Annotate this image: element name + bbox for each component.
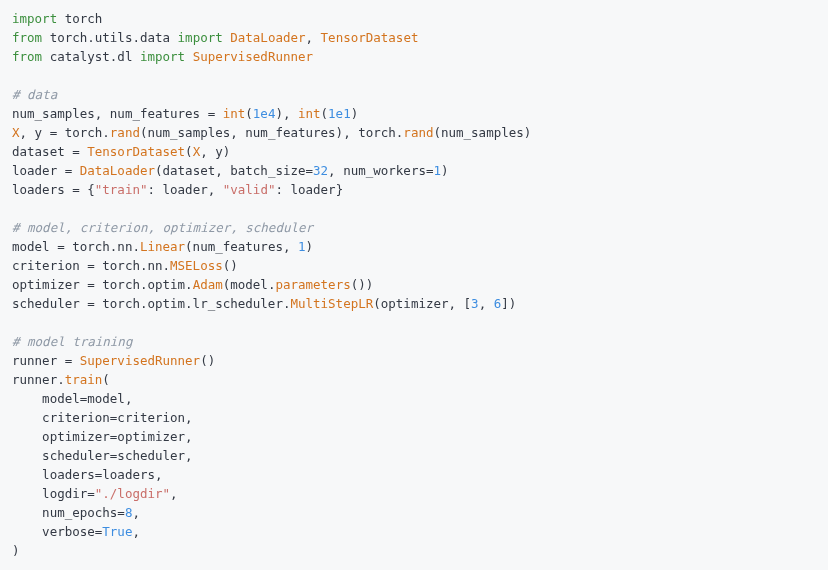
code-token: DataLoader xyxy=(80,163,155,178)
code-token: int xyxy=(298,106,321,121)
code-token: , xyxy=(306,30,321,45)
code-line: dataset = TensorDataset(X, y) xyxy=(12,144,230,159)
code-line: scheduler = torch.optim.lr_scheduler.Mul… xyxy=(12,296,516,311)
code-token: TensorDataset xyxy=(87,144,185,159)
code-line: model = torch.nn.Linear(num_features, 1) xyxy=(12,239,313,254)
code-line: logdir="./logdir", xyxy=(12,486,178,501)
code-token: ()) xyxy=(351,277,374,292)
code-token: , xyxy=(132,524,140,539)
code-token: 1e4 xyxy=(253,106,276,121)
code-token: Linear xyxy=(140,239,185,254)
code-line: X, y = torch.rand(num_samples, num_featu… xyxy=(12,125,531,140)
code-token: "valid" xyxy=(223,182,276,197)
code-token: MultiStepLR xyxy=(290,296,373,311)
code-token: ) xyxy=(12,543,20,558)
code-block: import torch from torch.utils.data impor… xyxy=(12,10,816,561)
code-content: import torch from torch.utils.data impor… xyxy=(12,11,531,558)
code-token: catalyst.dl xyxy=(42,49,140,64)
code-token: runner. xyxy=(12,372,65,387)
code-line: from catalyst.dl import SupervisedRunner xyxy=(12,49,313,64)
code-token: loaders=loaders, xyxy=(12,467,163,482)
code-token: ( xyxy=(102,372,110,387)
code-line: runner.train( xyxy=(12,372,110,387)
code-token: , xyxy=(170,486,178,501)
code-token: "train" xyxy=(95,182,148,197)
code-line: criterion=criterion, xyxy=(12,410,193,425)
code-line: num_samples, num_features = int(1e4), in… xyxy=(12,106,358,121)
code-token: torch xyxy=(57,11,102,26)
code-token: train xyxy=(65,372,103,387)
code-token: scheduler = torch.optim.lr_scheduler. xyxy=(12,296,290,311)
code-token: ( xyxy=(321,106,329,121)
code-token: # model, criterion, optimizer, scheduler xyxy=(12,220,313,235)
code-line: loader = DataLoader(dataset, batch_size=… xyxy=(12,163,449,178)
code-line: criterion = torch.nn.MSELoss() xyxy=(12,258,238,273)
code-line: from torch.utils.data import DataLoader,… xyxy=(12,30,418,45)
code-token: 1 xyxy=(433,163,441,178)
code-token: 1e1 xyxy=(328,106,351,121)
code-token: (num_features, xyxy=(185,239,298,254)
code-token: num_samples, num_features = xyxy=(12,106,223,121)
code-token: MSELoss xyxy=(170,258,223,273)
code-token: , num_workers= xyxy=(328,163,433,178)
code-token: (num_samples) xyxy=(433,125,531,140)
code-line: runner = SupervisedRunner() xyxy=(12,353,215,368)
code-line: # model training xyxy=(12,334,132,349)
code-token: 3 xyxy=(471,296,479,311)
code-token: model=model, xyxy=(12,391,132,406)
code-token: (optimizer, [ xyxy=(373,296,471,311)
code-line: loaders=loaders, xyxy=(12,467,163,482)
code-token: runner = xyxy=(12,353,80,368)
code-token: ( xyxy=(245,106,253,121)
code-token: from xyxy=(12,49,42,64)
code-token: rand xyxy=(110,125,140,140)
code-token: : loader} xyxy=(275,182,343,197)
code-token: dataset = xyxy=(12,144,87,159)
code-token: , y) xyxy=(200,144,230,159)
code-token: criterion=criterion, xyxy=(12,410,193,425)
code-token: verbose= xyxy=(12,524,102,539)
code-token: ]) xyxy=(501,296,516,311)
code-token: import xyxy=(178,30,223,45)
code-line: scheduler=scheduler, xyxy=(12,448,193,463)
code-token: SupervisedRunner xyxy=(193,49,313,64)
code-token: torch.utils.data xyxy=(42,30,177,45)
code-line: import torch xyxy=(12,11,102,26)
code-token: Adam xyxy=(193,277,223,292)
code-token: rand xyxy=(403,125,433,140)
code-token: ) xyxy=(441,163,449,178)
code-line: num_epochs=8, xyxy=(12,505,140,520)
code-token: , y = torch. xyxy=(20,125,110,140)
code-line: ) xyxy=(12,543,20,558)
code-token: logdir= xyxy=(12,486,95,501)
code-token xyxy=(185,49,193,64)
code-token: from xyxy=(12,30,42,45)
code-token: import xyxy=(12,11,57,26)
code-line: optimizer = torch.optim.Adam(model.param… xyxy=(12,277,373,292)
code-token: int xyxy=(223,106,246,121)
code-token: import xyxy=(140,49,185,64)
code-token: scheduler=scheduler, xyxy=(12,448,193,463)
code-token: True xyxy=(102,524,132,539)
code-token: 1 xyxy=(298,239,306,254)
code-token: model = torch.nn. xyxy=(12,239,140,254)
code-token: : loader, xyxy=(147,182,222,197)
code-token: SupervisedRunner xyxy=(80,353,200,368)
code-token: loaders = { xyxy=(12,182,95,197)
code-token: ) xyxy=(306,239,314,254)
code-token: (num_samples, num_features), torch. xyxy=(140,125,403,140)
code-line: # model, criterion, optimizer, scheduler xyxy=(12,220,313,235)
code-token: , xyxy=(132,505,140,520)
code-token: # data xyxy=(12,87,57,102)
code-token: (model. xyxy=(223,277,276,292)
code-token: optimizer=optimizer, xyxy=(12,429,193,444)
code-token: 32 xyxy=(313,163,328,178)
code-token: optimizer = torch.optim. xyxy=(12,277,193,292)
code-token: () xyxy=(200,353,215,368)
code-token: (dataset, batch_size= xyxy=(155,163,313,178)
code-token: criterion = torch.nn. xyxy=(12,258,170,273)
code-line: loaders = {"train": loader, "valid": loa… xyxy=(12,182,343,197)
code-token: TensorDataset xyxy=(321,30,419,45)
code-token: "./logdir" xyxy=(95,486,170,501)
code-token: , xyxy=(479,296,494,311)
